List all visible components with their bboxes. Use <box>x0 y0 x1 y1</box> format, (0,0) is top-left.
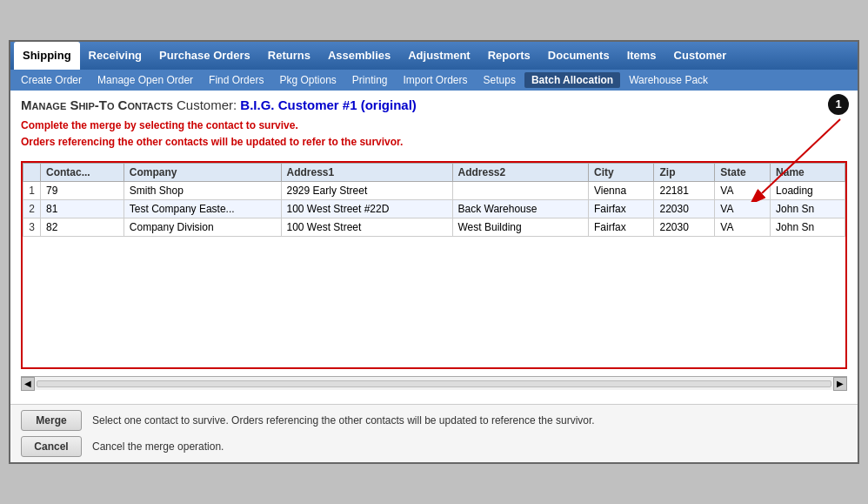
instruction-line-1: Complete the merge by selecting the cont… <box>21 118 847 134</box>
row-state-3: VA <box>715 218 771 237</box>
table-row[interactable]: 1 79 Smith Shop 2929 Early Street Vienna… <box>23 182 845 200</box>
merge-action-row: Merge Select one contact to survive. Ord… <box>21 410 847 431</box>
col-city: City <box>588 164 654 182</box>
col-address1: Address1 <box>281 164 452 182</box>
col-num <box>23 164 41 182</box>
row-company-3: Company Division <box>124 218 281 237</box>
nav-assemblies[interactable]: Assemblies <box>319 42 399 70</box>
customer-name-value: B.I.G. Customer #1 (original) <box>240 97 417 112</box>
sub-create-order[interactable]: Create Order <box>14 72 89 88</box>
sub-find-orders[interactable]: Find Orders <box>202 72 270 88</box>
row-num-1: 1 <box>23 182 41 200</box>
scroll-right-button[interactable]: ▶ <box>833 377 847 391</box>
scroll-track[interactable] <box>37 380 831 387</box>
nav-receiving[interactable]: Receiving <box>80 42 150 70</box>
row-address2-3: West Building <box>452 218 588 237</box>
row-name-2: John Sn <box>771 200 845 218</box>
merge-button[interactable]: Merge <box>21 410 82 431</box>
row-address2-1 <box>452 182 588 200</box>
sub-printing[interactable]: Printing <box>345 72 395 88</box>
table-row[interactable]: 2 81 Test Company Easte... 100 West Stre… <box>23 200 845 218</box>
sub-manage-open-order[interactable]: Manage Open Order <box>90 72 200 88</box>
cancel-action-row: Cancel Cancel the merge operation. <box>21 436 847 457</box>
row-contact-2: 81 <box>41 200 124 218</box>
row-name-1: Loading <box>771 182 845 200</box>
nav-shipping[interactable]: Shipping <box>14 42 80 70</box>
row-company-1: Smith Shop <box>124 182 281 200</box>
horizontal-scrollbar[interactable]: ◀ ▶ <box>21 376 847 390</box>
sub-import-orders[interactable]: Import Orders <box>397 72 475 88</box>
row-state-2: VA <box>715 200 771 218</box>
col-name: Name <box>771 164 845 182</box>
row-city-2: Fairfax <box>588 200 654 218</box>
row-contact-1: 79 <box>41 182 124 200</box>
nav-customer[interactable]: Customer <box>665 42 736 70</box>
nav-purchase-orders[interactable]: Purchase Orders <box>150 42 259 70</box>
cancel-description: Cancel the merge operation. <box>92 440 224 453</box>
col-state: State <box>715 164 771 182</box>
row-address1-3: 100 West Street <box>281 218 452 237</box>
sub-setups[interactable]: Setups <box>477 72 523 88</box>
row-city-3: Fairfax <box>588 218 654 237</box>
col-contact: Contac... <box>41 164 124 182</box>
row-address2-2: Back Warehouse <box>452 200 588 218</box>
row-contact-3: 82 <box>41 218 124 237</box>
customer-label-text: Customer: <box>177 97 237 112</box>
contacts-table-container: Contac... Company Address1 Address2 City… <box>21 161 847 369</box>
nav-documents[interactable]: Documents <box>539 42 618 70</box>
nav-returns[interactable]: Returns <box>259 42 319 70</box>
scroll-left-button[interactable]: ◀ <box>21 377 35 391</box>
row-zip-1: 22181 <box>654 182 715 200</box>
col-zip: Zip <box>654 164 715 182</box>
contacts-table: Contac... Company Address1 Address2 City… <box>23 163 845 237</box>
nav-items[interactable]: Items <box>618 42 665 70</box>
row-zip-3: 22030 <box>654 218 715 237</box>
page-title: Manage Ship-To Contacts Customer: B.I.G.… <box>21 97 847 112</box>
sub-pkg-options[interactable]: Pkg Options <box>272 72 343 88</box>
row-address1-1: 2929 Early Street <box>281 182 452 200</box>
col-address2: Address2 <box>452 164 588 182</box>
row-zip-2: 22030 <box>654 200 715 218</box>
badge-1: 1 <box>828 94 849 115</box>
cancel-button[interactable]: Cancel <box>21 436 82 457</box>
row-city-1: Vienna <box>588 182 654 200</box>
table-header-row: Contac... Company Address1 Address2 City… <box>23 164 845 182</box>
nav-adjustment[interactable]: Adjustment <box>399 42 479 70</box>
instruction-line-2: Orders referencing the other contacts wi… <box>21 134 847 151</box>
bottom-actions: Merge Select one contact to survive. Ord… <box>10 404 858 462</box>
row-name-3: John Sn <box>771 218 845 237</box>
row-state-1: VA <box>715 182 771 200</box>
row-num-3: 3 <box>23 218 41 237</box>
row-company-2: Test Company Easte... <box>124 200 281 218</box>
table-row[interactable]: 3 82 Company Division 100 West Street We… <box>23 218 845 237</box>
instruction-text: Complete the merge by selecting the cont… <box>21 118 847 151</box>
col-company: Company <box>124 164 281 182</box>
sub-batch-allocation[interactable]: Batch Allocation <box>524 72 620 88</box>
sub-warehouse-pack[interactable]: Warehouse Pack <box>622 72 715 88</box>
nav-reports[interactable]: Reports <box>479 42 539 70</box>
sub-nav: Create Order Manage Open Order Find Orde… <box>10 70 858 91</box>
merge-description: Select one contact to survive. Orders re… <box>92 414 595 427</box>
top-nav: Shipping Receiving Purchase Orders Retur… <box>10 42 858 70</box>
row-num-2: 2 <box>23 200 41 218</box>
row-address1-2: 100 West Street #22D <box>281 200 452 218</box>
page-title-prefix: Manage Ship-To Contacts <box>21 97 173 112</box>
